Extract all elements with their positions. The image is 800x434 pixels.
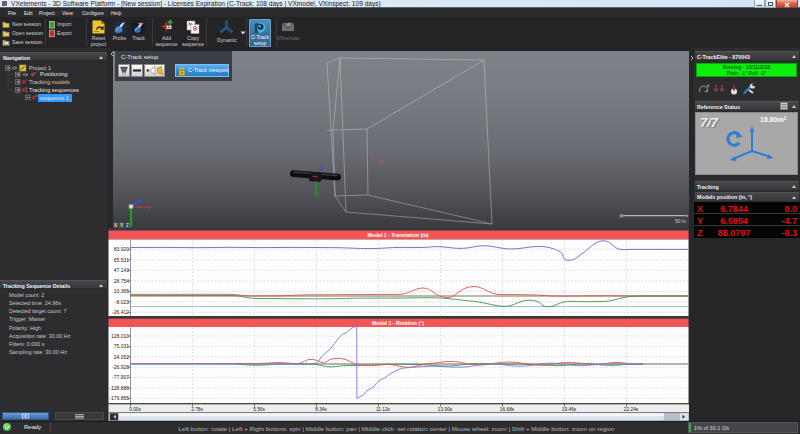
svg-text:24.052: 24.052 <box>114 354 130 360</box>
svg-text:65.531: 65.531 <box>114 257 130 263</box>
svg-text:28.754: 28.754 <box>114 278 130 284</box>
svg-text:Model 1 - Translation (in): Model 1 - Translation (in) <box>367 232 428 238</box>
svg-text:2.78s: 2.78s <box>191 407 203 412</box>
svg-text:22.24s: 22.24s <box>624 407 639 412</box>
svg-text:-8.023: -8.023 <box>115 299 129 305</box>
svg-text:Model 1 - Rotation (°): Model 1 - Rotation (°) <box>372 320 424 326</box>
svg-text:10.365: 10.365 <box>114 288 130 294</box>
svg-text:-128.886: -128.886 <box>109 385 129 391</box>
svg-text:0.00s: 0.00s <box>129 407 141 412</box>
svg-text:50 in: 50 in <box>675 218 686 224</box>
svg-text:75.031: 75.031 <box>114 343 130 349</box>
svg-text:13.90s: 13.90s <box>438 407 453 412</box>
svg-text:-26.412: -26.412 <box>112 309 129 315</box>
svg-text:83.920: 83.920 <box>114 246 130 252</box>
svg-text:5.56s: 5.56s <box>253 407 265 412</box>
svg-text:47.143: 47.143 <box>114 267 130 273</box>
svg-text:-179.865: -179.865 <box>109 395 129 401</box>
svg-text:8.34s: 8.34s <box>315 407 327 412</box>
svg-text:128.010: 128.010 <box>111 333 129 339</box>
svg-text:11.12s: 11.12s <box>376 407 391 412</box>
svg-text:-77.907: -77.907 <box>112 374 129 380</box>
svg-text:-26.928: -26.928 <box>112 364 129 370</box>
svg-text:19.46s: 19.46s <box>562 407 577 412</box>
svg-text:16.68s: 16.68s <box>500 407 515 412</box>
